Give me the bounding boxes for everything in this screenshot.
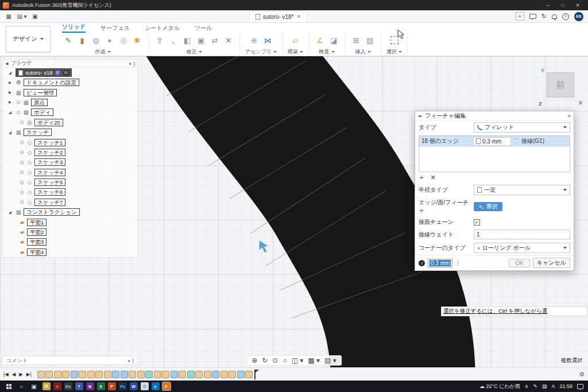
tab-sheet-metal[interactable]: シートメタル (145, 24, 180, 32)
item-label[interactable]: ビュー管理 (24, 89, 57, 96)
info-icon[interactable]: i (419, 260, 425, 266)
group-label-modify[interactable]: 修正 (187, 48, 202, 56)
new-component-icon[interactable]: ⊕ (249, 34, 260, 46)
clock[interactable]: 21:58 (559, 383, 572, 389)
tab-surface[interactable]: サーフェス (100, 24, 130, 32)
tray-panel-icon[interactable]: ▤ (542, 383, 547, 389)
view-cube[interactable]: Y 前 X Z (539, 68, 582, 106)
help-icon[interactable]: ? (562, 13, 569, 20)
create-sketch-icon[interactable]: ✎ (63, 34, 74, 46)
browser-tree-item[interactable]: ▰ 平面2 (3, 227, 137, 237)
expand-arrow-icon[interactable]: ◢ (9, 110, 14, 115)
comment-options-icon[interactable]: ● (127, 359, 130, 363)
browser-tree-item[interactable]: ⊙ ◇ スケッチ5 (3, 177, 137, 187)
press-pull-icon[interactable]: ⇧ (154, 34, 165, 46)
radius-value-cell[interactable]: 0.3 mm (473, 137, 511, 146)
group-label-inspect[interactable]: 検査 (319, 48, 335, 56)
visibility-eye-icon[interactable]: ⊙ (19, 160, 25, 165)
timeline-feature-icon[interactable] (171, 371, 178, 378)
continuity-cell[interactable]: ⌒ 接線(G1) (513, 137, 544, 146)
timeline-feature-icon[interactable] (45, 371, 53, 378)
powerpoint-icon[interactable]: P (108, 382, 116, 390)
edge-set-row-selected[interactable]: 18 個のエッジ 0.3 mm ⌒ 接線(G1) (419, 136, 570, 147)
display-settings-icon[interactable]: ◫ ▾ (292, 356, 304, 364)
tangent-chain-checkbox[interactable]: ✓ (474, 219, 480, 226)
zoom-icon[interactable]: ○ (283, 356, 287, 364)
timeline-settings-gear-icon[interactable]: ⚙ (579, 371, 585, 378)
visibility-eye-icon[interactable]: ⊙ (19, 189, 25, 195)
close-button[interactable]: ✕ (570, 0, 585, 10)
torus-primitive-icon[interactable]: ◎ (118, 34, 129, 46)
browser-tree-item[interactable]: ▶ ⊙ ▦ 原点 (3, 98, 137, 107)
browser-tree-item[interactable]: ▰ 平面3 (3, 237, 137, 247)
timeline-feature-icon[interactable] (187, 371, 195, 378)
item-label[interactable]: 平面1 (27, 219, 47, 226)
expand-arrow-icon[interactable]: ▶ (9, 80, 14, 85)
grid-display-icon[interactable]: ▦ ▾ (308, 356, 320, 364)
coil-primitive-icon[interactable]: ✱ (131, 34, 143, 46)
remove-edge-set-button[interactable]: ✕ (430, 174, 435, 181)
browser-tree-item[interactable]: ⊙ ◇ スケッチ6 (3, 187, 137, 197)
timeline-feature-icon[interactable] (54, 371, 61, 378)
workspace-switcher[interactable]: デザイン (6, 26, 51, 52)
align-icon[interactable]: ⇄ (209, 34, 220, 46)
timeline-feature-icon[interactable] (220, 371, 228, 378)
cancel-button[interactable]: キャンセル (533, 258, 570, 268)
minimize-button[interactable]: ─ (540, 0, 555, 10)
tray-expand-icon[interactable]: ∧ (525, 383, 529, 389)
insert-mesh-icon[interactable]: ⊞ (350, 34, 362, 46)
item-label[interactable]: スケッチ4 (34, 169, 65, 176)
browser-tree-item[interactable]: ⊙ ◇ スケッチ2 (3, 148, 137, 157)
visibility-eye-icon[interactable]: ⊙ (19, 199, 25, 205)
sphere-primitive-icon[interactable]: ● (104, 34, 115, 46)
timeline-feature-icon[interactable] (137, 371, 145, 378)
comments-icon[interactable] (529, 14, 536, 19)
browser-tree-item[interactable]: ◢ ▦ コンストラクション (3, 207, 137, 217)
viewports-icon[interactable]: ▤ ▾ (324, 356, 336, 364)
item-label[interactable]: スケッチ6 (34, 188, 65, 196)
timeline-feature-icon[interactable] (37, 371, 45, 378)
measure-icon[interactable]: ∠ (314, 34, 326, 46)
visibility-eye-icon[interactable]: ⊙ (19, 139, 25, 145)
browser-tree-item[interactable]: ◢ ▦ スケッチ (3, 127, 137, 137)
notifications-bell-icon[interactable] (552, 14, 557, 19)
decal-icon[interactable]: ▧ (364, 34, 376, 46)
onenote-icon[interactable]: N (86, 382, 94, 390)
ime-mode-indicator[interactable]: A (551, 383, 555, 389)
tab-tools[interactable]: ツール (195, 24, 212, 32)
radius-type-dropdown[interactable]: 一定 (474, 185, 570, 195)
item-label[interactable]: ボディ (31, 108, 53, 116)
action-center-icon[interactable] (577, 384, 583, 389)
browser-collapse-icon[interactable]: ◀ (5, 61, 8, 66)
weather-widget[interactable]: ☁ 22°C にわか雨 (479, 383, 520, 390)
comment-pin-icon[interactable]: | (133, 358, 134, 363)
group-label-construct[interactable]: 構築 (288, 48, 303, 56)
playback-button[interactable]: ▶| (26, 371, 32, 377)
visibility-eye-icon[interactable]: ⊙ (19, 169, 25, 175)
file-menu-icon[interactable]: ▤ ▾ (16, 11, 28, 22)
expand-arrow-icon[interactable]: ◢ (9, 71, 14, 75)
timeline-feature-icon[interactable] (229, 371, 236, 378)
item-label[interactable]: スケッチ5 (34, 178, 65, 186)
construction-plane-icon[interactable]: ▱ (290, 34, 301, 46)
maximize-button[interactable]: □ (555, 0, 570, 10)
dialog-header[interactable]: ◂▸ フィーチャ編集 » (415, 111, 574, 121)
taskbar-search-icon[interactable]: ○ (16, 381, 27, 391)
timeline-feature-icon[interactable] (145, 371, 153, 378)
photoshop-icon[interactable]: Ps (119, 382, 127, 390)
box-primitive-icon[interactable]: ▮ (76, 34, 88, 46)
timeline-position-marker[interactable] (254, 370, 260, 379)
expand-arrow-icon[interactable]: ▶ (9, 90, 14, 95)
word-icon[interactable]: W (130, 382, 138, 390)
browser-tree-item[interactable]: ▰ 平面1 (3, 217, 137, 227)
tangency-weight-input[interactable]: 1 (474, 230, 570, 239)
document-root-item[interactable]: sutoro- v18 K ⊙ (16, 68, 72, 77)
item-label[interactable]: ボディ20 (34, 119, 63, 126)
view-cube-face-front[interactable]: 前 (547, 72, 574, 98)
item-label[interactable]: コンストラクション (24, 208, 80, 216)
teams-icon[interactable]: T (75, 382, 83, 390)
item-label[interactable]: スケッチ1 (34, 139, 65, 146)
browser-root-row[interactable]: ◢ sutoro- v18 K ⊙ (3, 68, 137, 77)
item-label[interactable]: 原点 (31, 99, 48, 106)
timeline-feature-icon[interactable] (162, 371, 169, 378)
